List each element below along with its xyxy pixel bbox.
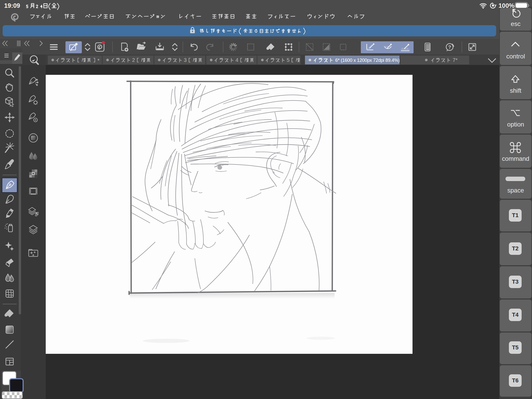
svg-text:5: 5 bbox=[287, 57, 290, 63]
svg-text:4: 4 bbox=[236, 57, 238, 63]
svg-text:3: 3 bbox=[184, 57, 187, 63]
svg-text:2: 2 bbox=[132, 57, 135, 63]
svg-text:6* (1600 x 1200px 72dpi 89.4%): 6* (1600 x 1200px 72dpi 89.4%) bbox=[335, 58, 400, 63]
svg-text:7*: 7* bbox=[453, 57, 458, 63]
svg-text:*: * bbox=[97, 57, 99, 63]
